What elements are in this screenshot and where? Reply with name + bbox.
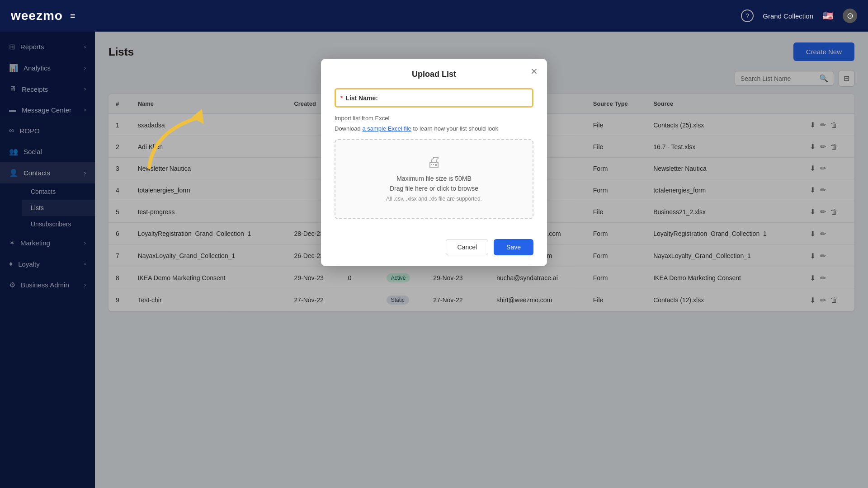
collection-name: Grand Collection (763, 12, 813, 20)
navbar: weezmo ≡ ? Grand Collection 🇺🇸 ⊙ (0, 0, 868, 32)
drop-zone[interactable]: 🖨 Maximum file size is 50MB Drag file he… (335, 139, 533, 219)
app-logo: weezmo (11, 9, 63, 23)
modal-body: * List Name: Import list from Excel Down… (321, 79, 547, 239)
modal-backdrop: Upload List ✕ * List Name: Import list f… (0, 32, 868, 488)
save-button[interactable]: Save (494, 239, 533, 255)
import-label: Import list from Excel (335, 115, 533, 122)
max-size-note: Maximum file size is 50MB (344, 175, 524, 182)
list-name-row: * List Name: (335, 88, 533, 108)
navbar-right: ? Grand Collection 🇺🇸 ⊙ (741, 9, 857, 23)
supported-note: All .csv, .xlsx and .xls file are suppor… (344, 196, 524, 202)
modal-footer: Cancel Save (321, 239, 547, 266)
sample-excel-link[interactable]: a sample Excel file (362, 125, 411, 132)
upload-list-modal: Upload List ✕ * List Name: Import list f… (321, 59, 547, 266)
user-avatar[interactable]: ⊙ (843, 9, 857, 23)
help-icon[interactable]: ? (741, 9, 754, 22)
flag-icon: 🇺🇸 (822, 10, 834, 21)
avatar-icon: ⊙ (847, 11, 854, 21)
modal-header: Upload List ✕ (321, 59, 547, 79)
modal-close-button[interactable]: ✕ (530, 66, 538, 77)
list-name-input[interactable] (383, 92, 528, 103)
menu-icon[interactable]: ≡ (70, 11, 75, 21)
download-note: Download a sample Excel file to learn ho… (335, 125, 533, 132)
cancel-button[interactable]: Cancel (446, 239, 488, 255)
modal-title: Upload List (412, 70, 456, 79)
drag-note: Drag file here or click to browse (344, 185, 524, 192)
required-star: * (340, 94, 343, 102)
list-name-label: * List Name: (340, 94, 378, 102)
upload-icon: 🖨 (344, 154, 524, 170)
